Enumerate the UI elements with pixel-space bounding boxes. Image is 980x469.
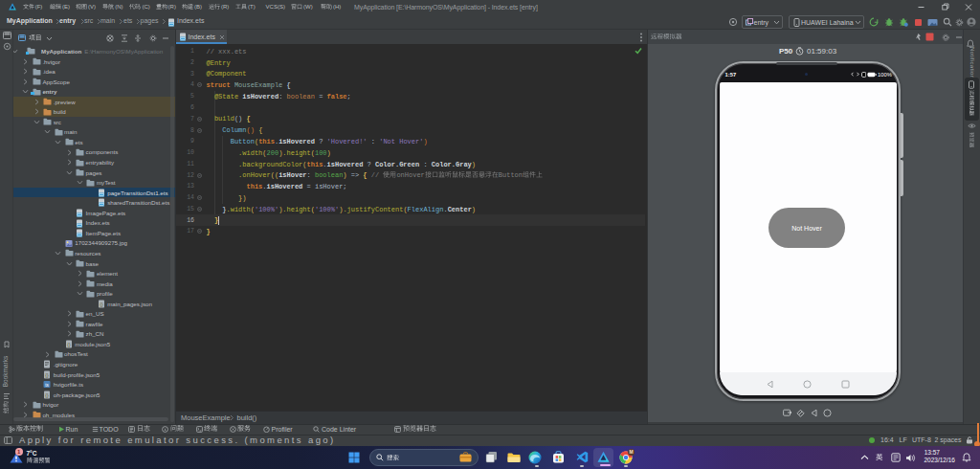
- svg-text:{}: {}: [46, 392, 50, 398]
- svg-text:{}: {}: [46, 372, 50, 378]
- svg-text:{}: {}: [67, 342, 71, 347]
- svg-text:{}: {}: [100, 302, 103, 307]
